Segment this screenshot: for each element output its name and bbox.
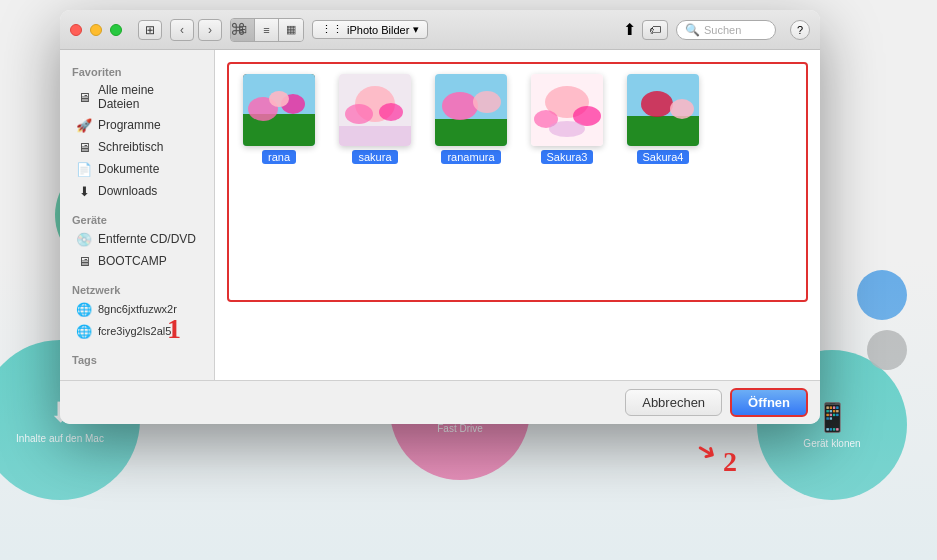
photo-rana [243, 74, 315, 146]
sidebar-item-network-1[interactable]: 🌐 8gnc6jxtfuzwx2r [64, 298, 210, 320]
svg-point-13 [473, 91, 501, 113]
file-selection-box: rana sakura [227, 62, 808, 302]
maximize-button[interactable] [110, 24, 122, 36]
sidebar-item-network-2[interactable]: 🌐 fcre3iyg2ls2al5 [64, 320, 210, 342]
share-icon[interactable]: ⬆ [623, 20, 636, 39]
bootcamp-icon: 🖥 [76, 253, 92, 269]
svg-point-18 [549, 121, 585, 137]
desktop-icon: 🖥 [76, 139, 92, 155]
file-item-ranamura[interactable]: ranamura [431, 74, 511, 290]
sidebar-item-documents[interactable]: 📄 Dokumente [64, 158, 210, 180]
open-button[interactable]: Öffnen [730, 388, 808, 417]
help-button[interactable]: ? [790, 20, 810, 40]
close-button[interactable] [70, 24, 82, 36]
sidebar: Favoriten 🖥 Alle meine Dateien 🚀 Program… [60, 50, 215, 380]
svg-point-21 [641, 91, 673, 117]
network-section-title: Netzwerk [60, 280, 214, 298]
search-placeholder: Suchen [704, 24, 741, 36]
list-view-button[interactable]: ≡ [255, 19, 279, 41]
tag-button[interactable]: 🏷 [642, 20, 668, 40]
documents-icon: 📄 [76, 161, 92, 177]
minimize-button[interactable] [90, 24, 102, 36]
back-button[interactable]: ‹ [170, 19, 194, 41]
file-area: rana sakura [215, 50, 820, 380]
apple-menu-icon[interactable]: ⌘ [230, 20, 246, 39]
file-item-sakura3[interactable]: Sakura3 [527, 74, 607, 290]
sidebar-item-programmes[interactable]: 🚀 Programme [64, 114, 210, 136]
cancel-button[interactable]: Abbrechen [625, 389, 722, 416]
bottom-bar: Abbrechen Öffnen [60, 380, 820, 424]
file-thumb-sakura3 [531, 74, 603, 146]
devices-section-title: Geräte [60, 210, 214, 228]
grid-view-button[interactable]: ⊞ [138, 20, 162, 40]
file-item-sakura4[interactable]: Sakura4 [623, 74, 703, 290]
tags-section-title: Tags [60, 350, 214, 368]
svg-rect-9 [339, 126, 411, 146]
favorites-section-title: Favoriten [60, 62, 214, 80]
file-thumb-rana [243, 74, 315, 146]
svg-point-7 [345, 104, 373, 124]
sidebar-item-bootcamp[interactable]: 🖥 BOOTCAMP [64, 250, 210, 272]
svg-rect-11 [435, 119, 507, 146]
file-thumb-sakura [339, 74, 411, 146]
sort-icon: ⋮⋮ [321, 23, 343, 36]
sidebar-item-all-files[interactable]: 🖥 Alle meine Dateien [64, 80, 210, 114]
sidebar-item-cd-dvd[interactable]: 💿 Entfernte CD/DVD [64, 228, 210, 250]
network-1-icon: 🌐 [76, 301, 92, 317]
step-1-marker: 1 [167, 313, 181, 345]
cd-dvd-icon: 💿 [76, 231, 92, 247]
programmes-icon: 🚀 [76, 117, 92, 133]
svg-point-4 [269, 91, 289, 107]
step-2-marker: 2 [723, 446, 737, 478]
search-icon: 🔍 [685, 23, 700, 37]
navigation-buttons: ‹ › [170, 19, 222, 41]
title-bar: ⊞ ‹ › ⊞ ≡ ▦ ⋮⋮ iPhoto Bilder ▾ ⬆ 🏷 🔍 Suc… [60, 10, 820, 50]
search-bar[interactable]: 🔍 Suchen [676, 20, 776, 40]
file-item-sakura[interactable]: sakura [335, 74, 415, 290]
finder-window: ⊞ ‹ › ⊞ ≡ ▦ ⋮⋮ iPhoto Bilder ▾ ⬆ 🏷 🔍 Suc… [60, 10, 820, 424]
file-thumb-sakura4 [627, 74, 699, 146]
toolbar-actions: ⬆ 🏷 [623, 20, 668, 40]
svg-point-22 [670, 99, 694, 119]
sidebar-item-downloads[interactable]: ⬇ Downloads [64, 180, 210, 202]
svg-rect-1 [243, 114, 315, 146]
column-view-button[interactable]: ▦ [279, 19, 303, 41]
sidebar-item-desktop[interactable]: 🖥 Schreibtisch [64, 136, 210, 158]
file-item-rana[interactable]: rana [239, 74, 319, 290]
downloads-icon: ⬇ [76, 183, 92, 199]
forward-button[interactable]: › [198, 19, 222, 41]
svg-rect-20 [627, 116, 699, 146]
file-thumb-ranamura [435, 74, 507, 146]
network-2-icon: 🌐 [76, 323, 92, 339]
svg-point-8 [379, 103, 403, 121]
svg-point-12 [442, 92, 478, 120]
sort-button[interactable]: ⋮⋮ iPhoto Bilder ▾ [312, 20, 428, 39]
all-files-icon: 🖥 [76, 89, 92, 105]
chevron-down-icon: ▾ [413, 23, 419, 36]
